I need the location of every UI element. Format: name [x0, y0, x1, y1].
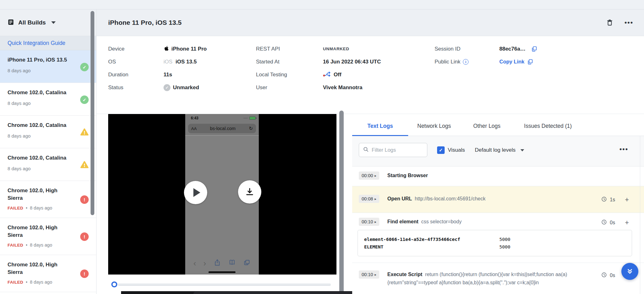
- failed-status-icon: !: [80, 232, 89, 241]
- filter-logs-field[interactable]: [359, 143, 427, 157]
- meta-labels-col3: Session ID Public Link i: [435, 42, 469, 68]
- build-title: Chrome 102.0, Catalina: [8, 89, 71, 96]
- delete-session-button[interactable]: [606, 19, 614, 27]
- signal-dots-icon: [243, 118, 248, 118]
- logs-scrollbar-track[interactable]: [640, 136, 640, 294]
- session-title: iPhone 11 Pro, iOS 13.5: [108, 19, 181, 26]
- log-timestamp-badge[interactable]: 00:10▸: [359, 270, 379, 279]
- log-entry[interactable]: 00:10▸ Execute Script return (function()…: [352, 263, 644, 294]
- build-status-line: FAILED • 8 days ago: [8, 205, 96, 210]
- tab-text-logs[interactable]: Text Logs: [352, 116, 408, 136]
- clock-icon: [601, 272, 607, 279]
- phone-status-bar: 6:43: [185, 114, 259, 122]
- build-item-catalina-2[interactable]: Chrome 102.0, Catalina 8 days ago: [0, 116, 96, 148]
- session-video-player[interactable]: 6:43 AA bs-local.com ↻ ‹ ›: [108, 114, 336, 275]
- builds-filter-dropdown[interactable]: All Builds: [0, 9, 96, 36]
- unmarked-status-icon: ✓: [164, 84, 170, 91]
- os-value: iOS iOS 13.5: [164, 55, 207, 68]
- builds-sidebar: All Builds Quick Integration Guide iPhon…: [0, 9, 97, 294]
- local-testing-icon: [323, 71, 331, 79]
- copy-public-link[interactable]: Copy Link: [499, 59, 533, 65]
- tab-other-logs[interactable]: Other Logs: [473, 116, 501, 136]
- meta-values-col3: 88ec76a… Copy Link: [499, 42, 537, 68]
- meta-labels-col2: REST API Started At Local Testing User: [256, 42, 287, 94]
- sidebar-scrollbar[interactable]: [91, 11, 94, 215]
- log-entry[interactable]: 00:10▸ Find element css selector=body 0s…: [352, 213, 644, 263]
- visuals-label: Visuals: [448, 147, 465, 153]
- top-strip: [0, 0, 644, 9]
- quick-integration-guide-link[interactable]: Quick Integration Guide: [0, 36, 96, 50]
- battery-icon: [249, 117, 256, 120]
- log-entry[interactable]: 00:00▸ Starting Browser: [352, 166, 644, 186]
- result-value: 5000: [499, 243, 510, 251]
- bookmarks-icon: [228, 259, 236, 268]
- session-id-value: 88ec76a…: [499, 42, 537, 55]
- session-header: iPhone 11 Pro, iOS 13.5 •••: [97, 9, 644, 36]
- os-label: OS: [108, 55, 128, 68]
- session-overflow-menu-button[interactable]: •••: [625, 19, 633, 26]
- logs-tabs: Text Logs Network Logs Other Logs Issues…: [352, 116, 644, 136]
- build-item-catalina-3[interactable]: Chrome 102.0, Catalina 8 days ago: [0, 148, 96, 181]
- info-icon[interactable]: i: [463, 59, 469, 65]
- tab-network-logs[interactable]: Network Logs: [417, 116, 451, 136]
- refresh-icon: ↻: [249, 126, 253, 131]
- session-metadata: Device OS Duration Status iPhone 11 Pro …: [97, 36, 644, 114]
- expand-play-icon: ▸: [375, 197, 376, 201]
- logs-overflow-menu-button[interactable]: •••: [619, 145, 628, 153]
- build-title: Chrome 102.0, Catalina: [8, 154, 71, 162]
- tab-issues-detected[interactable]: Issues Detected (1): [524, 116, 572, 136]
- device-label: Device: [108, 42, 128, 55]
- phone-clock: 6:43: [191, 116, 198, 120]
- result-value: 5000: [499, 236, 510, 243]
- scrubber-handle[interactable]: [111, 281, 117, 287]
- log-timestamp-badge[interactable]: 00:10▸: [359, 218, 379, 226]
- ellipsis-icon: •••: [619, 145, 628, 153]
- quick-integration-guide-label: Quick Integration Guide: [8, 40, 65, 46]
- log-argument: css selector=body: [421, 219, 462, 224]
- log-timestamp-badge[interactable]: 00:00▸: [359, 172, 379, 180]
- passed-status-icon: ✓: [80, 95, 89, 104]
- log-argument: http://bs-local.com:45691/check: [415, 196, 486, 201]
- download-icon: [245, 187, 255, 197]
- log-entry-highlighted[interactable]: 00:08▸ Open URL http://bs-local.com:4569…: [352, 186, 644, 213]
- home-indicator: [208, 271, 236, 273]
- scroll-to-bottom-button[interactable]: [621, 263, 638, 280]
- session-detail-panel: iPhone 11 Pro, iOS 13.5 ••• Device OS Du…: [97, 9, 644, 294]
- logs-panel: Text Logs Network Logs Other Logs Issues…: [352, 116, 644, 294]
- back-icon: ‹: [193, 259, 196, 267]
- expand-play-icon: ▸: [375, 220, 376, 224]
- user-label: User: [256, 81, 287, 94]
- apple-icon: [164, 45, 169, 53]
- play-video-button[interactable]: [184, 181, 207, 204]
- result-key: element-6066-11e4-a52e-4f735466cecf: [364, 236, 499, 243]
- phone-address-bar: AA bs-local.com ↻: [185, 122, 259, 136]
- scrubber-track[interactable]: [118, 283, 331, 286]
- expand-log-button[interactable]: +: [625, 196, 629, 204]
- build-item-highsierra-3[interactable]: Chrome 102.0, High Sierra FAILED • 8 day…: [0, 255, 96, 292]
- copy-session-id-button[interactable]: [531, 46, 537, 52]
- expand-play-icon: ▸: [375, 174, 376, 178]
- main-scrollbar[interactable]: [339, 111, 344, 294]
- log-command: Starting Browser: [387, 173, 428, 178]
- build-title: iPhone 11 Pro, iOS 13.5: [8, 56, 71, 64]
- meta-labels-col1: Device OS Duration Status: [108, 42, 128, 94]
- video-scrubber[interactable]: [111, 281, 331, 288]
- log-levels-dropdown[interactable]: Default log levels: [475, 147, 524, 153]
- chevron-down-icon: [51, 21, 56, 24]
- build-item-iphone[interactable]: iPhone 11 Pro, iOS 13.5 8 days ago ✓: [0, 50, 96, 83]
- log-timestamp-badge[interactable]: 00:08▸: [359, 195, 379, 203]
- build-item-catalina-1[interactable]: Chrome 102.0, Catalina 8 days ago ✓: [0, 83, 96, 116]
- warning-status-icon: [80, 128, 89, 136]
- expand-log-button[interactable]: +: [625, 219, 629, 227]
- build-item-highsierra-1[interactable]: Chrome 102.0, High Sierra FAILED • 8 day…: [0, 181, 96, 218]
- ios-wordmark-icon: iOS: [164, 59, 172, 65]
- build-item-highsierra-2[interactable]: Chrome 102.0, High Sierra FAILED • 8 day…: [0, 218, 96, 255]
- phone-url: bs-local.com: [197, 126, 249, 131]
- filter-logs-input[interactable]: [372, 147, 419, 153]
- build-title: Chrome 102.0, High Sierra: [8, 187, 71, 202]
- double-chevron-down-icon: [626, 267, 634, 275]
- started-at-label: Started At: [256, 55, 287, 68]
- document-icon: [8, 19, 14, 27]
- visuals-checkbox[interactable]: ✓: [437, 146, 445, 154]
- download-video-button[interactable]: [238, 180, 261, 204]
